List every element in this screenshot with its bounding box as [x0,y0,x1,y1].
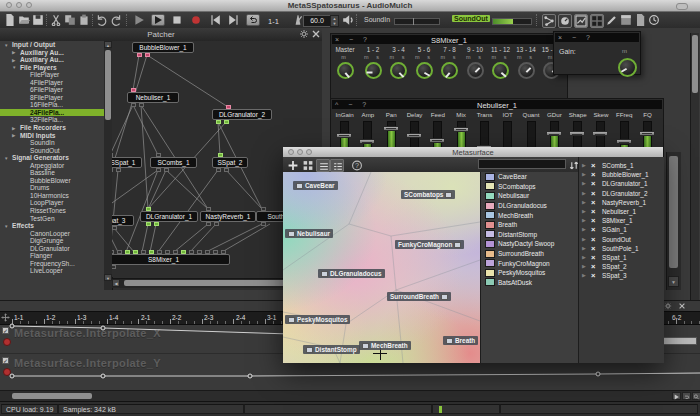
snapshot-item-nebulisaur[interactable]: Nebulisaur [481,191,579,201]
contraption-item-scombs_1[interactable]: ▶×SCombs_1 [579,161,664,170]
surface-snapshot-label-scombatops[interactable]: SCombatops [401,190,455,199]
exclude-x-icon[interactable]: × [591,170,595,179]
expander-icon[interactable]: ▶ [582,225,586,234]
expander-icon[interactable]: ▶ [582,244,586,253]
contraption-item-nastyreverb_1[interactable]: ▶×NastyReverb_1 [579,198,664,207]
channel-knob[interactable] [441,62,458,79]
surface-snapshot-label-mechbreath[interactable]: MechBreath [359,341,411,350]
slider-handle[interactable] [616,139,632,144]
loop-icon[interactable] [246,14,260,26]
snapshot-item-breath[interactable]: Breath [481,220,579,230]
list-view-icon[interactable] [316,159,330,172]
exclude-x-icon[interactable]: × [591,271,595,280]
exclude-x-icon[interactable]: × [591,225,595,234]
output-port[interactable] [146,222,151,226]
patcher-node-bubbleblower_1[interactable]: BubbleBlower_1 [132,42,194,53]
play-ghost-icon[interactable] [132,14,146,26]
slider-handle[interactable] [546,131,562,136]
gain-mute-label[interactable]: m [622,48,627,54]
output-port[interactable] [145,53,150,57]
contraption-item-sspat_2[interactable]: ▶×SSpat_2 [579,262,664,271]
tree-item-effects[interactable]: ▼Effects [0,222,104,230]
input-port[interactable] [125,250,130,254]
expander-icon[interactable]: ▶ [582,189,586,198]
channel-knob[interactable] [337,62,354,79]
exclude-x-icon[interactable]: × [591,253,595,262]
snapshot-item-batsatdusk[interactable]: BatsAtDusk [481,278,579,288]
snapshot-item-distantstomp[interactable]: DistantStomp [481,230,579,240]
mute-solo-switches[interactable]: m s [489,54,513,61]
snapshot-item-mechbreath[interactable]: MechBreath [481,210,579,220]
patcher-node-nebuliser_1[interactable]: Nebuliser_1 [127,92,179,103]
output-port[interactable] [261,222,266,226]
slider-handle[interactable] [406,133,422,138]
input-port[interactable] [157,250,162,254]
tree-item-livelooper[interactable]: LiveLooper [0,267,104,275]
output-port[interactable] [224,120,229,124]
tempo-spinner[interactable]: ▲▼ [330,15,339,27]
patcher-view-icon[interactable] [542,14,556,28]
output-port[interactable] [112,226,117,230]
tree-item-8fileplayer[interactable]: 8FilePlayer [0,94,104,102]
panel-header-controls[interactable]: × − ? [335,34,371,45]
tree-item-signal-generators[interactable]: ▼Signal Generators [0,154,104,162]
channel-knob[interactable] [492,62,509,79]
output-port[interactable] [112,265,116,269]
contraption-item-sspat_1[interactable]: ▶×SSpat_1 [579,253,664,262]
input-port[interactable] [133,250,138,254]
mute-solo-switches[interactable]: m s [514,54,538,61]
snapshot-search-input[interactable] [478,159,566,169]
output-port[interactable] [137,53,142,57]
mute-solo-switches[interactable]: m s [463,54,487,61]
expander-icon[interactable]: ▶ [582,216,586,225]
channel-knob[interactable] [365,62,382,79]
output-port[interactable] [164,168,169,172]
mute-solo-switches[interactable]: m s [387,54,411,61]
close-icon[interactable] [311,29,321,39]
input-port[interactable] [165,250,170,254]
input-port[interactable] [149,250,154,254]
open-icon[interactable] [18,14,30,26]
gear-icon[interactable] [664,302,672,310]
tree-item-file-players[interactable]: ▼File Players [0,64,104,72]
expander-icon[interactable]: ▶ [582,179,586,188]
output-port[interactable] [112,168,113,172]
clock-icon[interactable] [648,14,660,26]
toolbar-pill-button[interactable] [676,3,688,10]
contraption-item-dlgranulator_2[interactable]: ▶×DLGranulator_2 [579,189,664,198]
slider-handle[interactable] [592,131,608,136]
patcher-node-sspat_3[interactable]: SSpat_3 [112,215,134,226]
input-port[interactable] [218,153,223,157]
mixer-view-icon[interactable] [558,14,572,28]
lane-y-enable-checkbox[interactable]: ✓ [2,357,9,364]
contraption-item-southpole_1[interactable]: ▶×SouthPole_1 [579,244,664,253]
surface-snapshot-label-cavebear[interactable]: CaveBear [293,181,338,190]
tree-item-6fileplayer[interactable]: 6FilePlayer [0,86,104,94]
output-port[interactable] [131,103,136,107]
exclude-x-icon[interactable]: × [591,216,595,225]
tree-item-rissettones[interactable]: RissetTones [0,207,104,215]
mute-solo-switches[interactable]: m [333,54,357,61]
tree-item-bubbleblower[interactable]: BubbleBlower [0,177,104,185]
tree-item-soundin[interactable]: SoundIn [0,139,104,147]
output-port[interactable] [116,168,121,172]
nebuliser-panel-header[interactable]: ^ − ? Nebuliser_1 [331,99,663,110]
tree-item-file-recorders[interactable]: ▶File Recorders [0,124,104,132]
forward-icon[interactable] [227,14,241,26]
exclude-x-icon[interactable]: × [591,179,595,188]
input-port[interactable] [112,153,113,157]
play-icon[interactable] [151,14,165,26]
slider-handle[interactable] [383,126,399,131]
patcher-node-s8mixer_1[interactable]: S8Mixer_1 [112,254,230,265]
tree-item-soundout[interactable]: SoundOut [0,147,104,155]
output-port[interactable] [156,168,161,172]
input-port[interactable] [261,207,266,211]
snapshot-item-surroundbreath[interactable]: SurroundBreath [481,249,579,259]
channel-knob[interactable] [416,62,433,79]
panel-header-controls[interactable]: ^ − ? [335,99,370,110]
patcher-node-sspat_2[interactable]: SSpat_2 [212,157,248,168]
tree-item-24filepla-[interactable]: 24FilePla... [0,109,104,117]
surface-snapshot-label-breath[interactable]: Breath [443,336,478,345]
tree-item-loopplayer[interactable]: LoopPlayer [0,199,104,207]
snapshot-item-cavebear[interactable]: CaveBear [481,172,579,182]
